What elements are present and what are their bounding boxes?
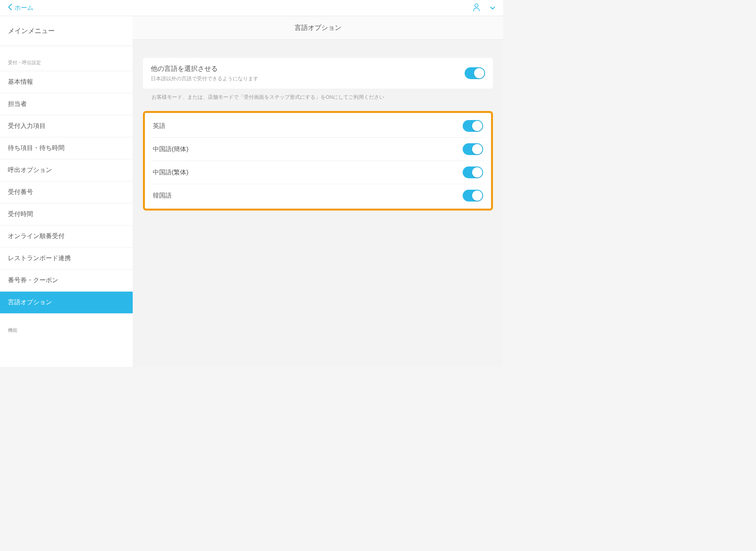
sidebar-main-menu[interactable]: メインメニュー bbox=[0, 16, 133, 46]
language-row-chinese-traditional: 中国語(繁体) bbox=[151, 161, 485, 184]
sidebar-item-staff[interactable]: 担当者 bbox=[0, 93, 133, 115]
language-label: 英語 bbox=[153, 122, 165, 130]
sidebar: メインメニュー 受付・呼出設定 基本情報 担当者 受付入力項目 待ち項目・待ち時… bbox=[0, 16, 133, 367]
hint-text: お客様モード、または、店舗モードで「受付画面をステップ形式にする」をONにしてご… bbox=[143, 89, 493, 101]
language-label: 中国語(簡体) bbox=[153, 145, 189, 153]
sidebar-item-restaurant-board[interactable]: レストランボード連携 bbox=[0, 248, 133, 270]
toggle-knob bbox=[472, 144, 482, 154]
enable-other-languages-toggle[interactable] bbox=[465, 67, 485, 79]
sidebar-item-reception-time[interactable]: 受付時間 bbox=[0, 203, 133, 226]
language-row-english: 英語 bbox=[151, 115, 485, 138]
language-label: 中国語(繁体) bbox=[153, 168, 189, 177]
back-label: ホーム bbox=[15, 4, 33, 12]
chevron-down-icon[interactable] bbox=[490, 4, 495, 11]
header-right bbox=[472, 3, 495, 13]
sidebar-item-call-options[interactable]: 呼出オプション bbox=[0, 159, 133, 181]
sidebar-item-ticket-coupon[interactable]: 番号券・クーポン bbox=[0, 270, 133, 292]
language-row-chinese-simplified: 中国語(簡体) bbox=[151, 138, 485, 161]
sidebar-item-reception-fields[interactable]: 受付入力項目 bbox=[0, 115, 133, 137]
sidebar-item-wait-items[interactable]: 待ち項目・待ち時間 bbox=[0, 137, 133, 159]
card-subtitle: 日本語以外の言語で受付できるようになります bbox=[151, 76, 465, 82]
app-header: ホーム bbox=[0, 0, 503, 16]
language-toggle-chinese-traditional[interactable] bbox=[463, 166, 483, 178]
toggle-knob bbox=[472, 167, 482, 178]
language-toggle-chinese-simplified[interactable] bbox=[463, 143, 483, 155]
sidebar-item-language-options[interactable]: 言語オプション bbox=[0, 292, 133, 314]
enable-other-languages-card: 他の言語を選択させる 日本語以外の言語で受付できるようになります bbox=[143, 58, 493, 89]
main-panel: 言語オプション 他の言語を選択させる 日本語以外の言語で受付できるようになります… bbox=[133, 16, 503, 367]
language-toggle-english[interactable] bbox=[463, 120, 483, 132]
languages-highlighted-box: 英語 中国語(簡体) 中国語(繁体) bbox=[143, 111, 493, 211]
chevron-left-icon bbox=[8, 4, 12, 12]
svg-point-0 bbox=[475, 4, 478, 7]
sidebar-item-reception-number[interactable]: 受付番号 bbox=[0, 181, 133, 203]
sidebar-item-online-queue[interactable]: オンライン順番受付 bbox=[0, 226, 133, 248]
language-toggle-korean[interactable] bbox=[463, 190, 483, 202]
language-row-korean: 韓国語 bbox=[151, 184, 485, 207]
page-title: 言語オプション bbox=[133, 16, 503, 40]
user-icon[interactable] bbox=[472, 3, 480, 13]
sidebar-item-basic-info[interactable]: 基本情報 bbox=[0, 71, 133, 93]
sidebar-section-label: 受付・呼出設定 bbox=[0, 46, 133, 71]
toggle-knob bbox=[472, 190, 482, 201]
language-label: 韓国語 bbox=[153, 192, 172, 200]
sidebar-section-label-2: 機能 bbox=[0, 314, 133, 338]
toggle-knob bbox=[472, 121, 482, 131]
toggle-knob bbox=[474, 68, 484, 78]
back-button[interactable]: ホーム bbox=[8, 4, 33, 12]
card-title: 他の言語を選択させる bbox=[151, 64, 465, 73]
